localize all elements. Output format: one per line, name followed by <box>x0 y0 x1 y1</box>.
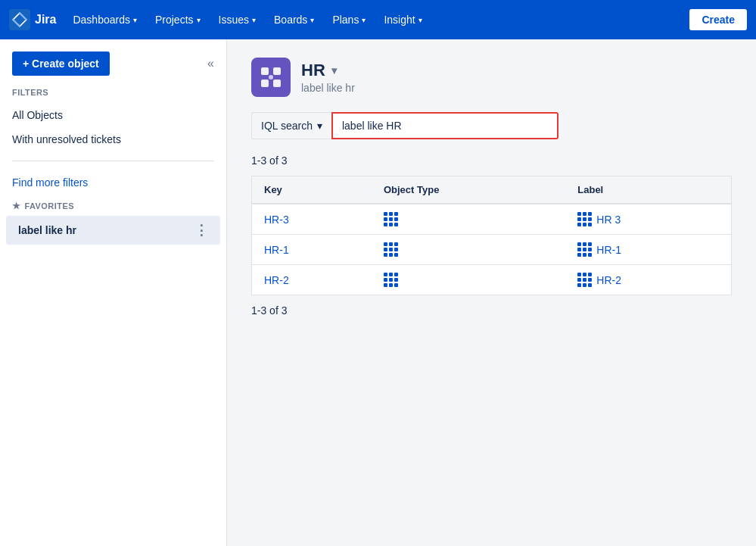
label-type-icon <box>577 212 592 226</box>
filter-unresolved[interactable]: With unresolved tickets <box>0 127 226 151</box>
results-table: Key Object Type Label HR-3HR 3HR-1HR-1HR… <box>251 176 732 295</box>
svg-rect-3 <box>261 80 269 87</box>
iql-chevron-icon: ▾ <box>317 120 322 132</box>
more-options-icon[interactable]: ⋮ <box>194 222 208 239</box>
results-count-top: 1-3 of 3 <box>251 154 732 167</box>
col-object-type: Object Type <box>372 176 565 204</box>
table-row: HR-1HR-1 <box>252 235 732 265</box>
svg-rect-2 <box>273 67 281 75</box>
sidebar-top: + Create object « <box>0 51 226 88</box>
filters-label: FILTERS <box>0 88 226 103</box>
chevron-down-icon: ▾ <box>310 16 314 24</box>
cell-key: HR-2 <box>252 265 372 295</box>
search-bar-row: IQL search ▾ <box>251 112 732 139</box>
schema-title-area: HR ▾ label like hr <box>301 61 355 94</box>
sidebar-divider <box>12 161 214 161</box>
svg-rect-4 <box>273 80 281 87</box>
nav-boards[interactable]: Boards ▾ <box>266 9 322 30</box>
label-type-icon <box>577 273 592 287</box>
cell-label: HR-2 <box>565 265 731 295</box>
top-navigation: Jira Dashboards ▾ Projects ▾ Issues ▾ Bo… <box>0 0 756 39</box>
key-link[interactable]: HR-2 <box>264 274 289 286</box>
find-more-filters-link[interactable]: Find more filters <box>0 170 226 195</box>
search-input[interactable] <box>331 112 558 139</box>
favorite-item-label-like-hr[interactable]: label like hr ⋮ <box>6 216 220 245</box>
key-link[interactable]: HR-1 <box>264 244 289 256</box>
schema-icon <box>251 58 291 97</box>
table-row: HR-2HR-2 <box>252 265 732 295</box>
favorites-label: ★ FAVORITES <box>0 195 226 214</box>
sidebar: + Create object « FILTERS All Objects Wi… <box>0 39 227 546</box>
cell-object-type <box>372 204 565 235</box>
chevron-down-icon: ▾ <box>133 16 137 24</box>
label-type-icon <box>577 242 592 257</box>
label-link[interactable]: HR 3 <box>596 214 621 226</box>
label-link[interactable]: HR-1 <box>596 244 621 256</box>
object-type-icon <box>384 273 398 287</box>
collapse-sidebar-icon[interactable]: « <box>207 57 214 70</box>
svg-point-5 <box>269 75 273 80</box>
cell-object-type <box>372 265 565 295</box>
chevron-down-icon: ▾ <box>197 16 201 24</box>
chevron-down-icon: ▾ <box>252 16 256 24</box>
object-type-icon <box>384 212 398 226</box>
schema-title[interactable]: HR ▾ <box>301 61 355 80</box>
chevron-down-icon: ▾ <box>362 16 366 24</box>
iql-search-button[interactable]: IQL search ▾ <box>251 112 331 139</box>
label-link[interactable]: HR-2 <box>596 274 621 286</box>
schema-header: HR ▾ label like hr <box>251 58 732 97</box>
nav-plans[interactable]: Plans ▾ <box>325 9 373 30</box>
object-type-icon <box>384 242 398 257</box>
schema-subtitle: label like hr <box>301 82 355 94</box>
cell-label: HR 3 <box>565 204 731 235</box>
svg-rect-1 <box>261 67 269 75</box>
results-count-bottom: 1-3 of 3 <box>251 304 732 317</box>
nav-dashboards[interactable]: Dashboards ▾ <box>65 9 145 30</box>
cell-label: HR-1 <box>565 235 731 265</box>
create-button[interactable]: Create <box>689 9 747 30</box>
app-layout: + Create object « FILTERS All Objects Wi… <box>0 39 756 546</box>
logo-text: Jira <box>35 13 56 27</box>
table-row: HR-3HR 3 <box>252 204 732 235</box>
cell-key: HR-1 <box>252 235 372 265</box>
col-key: Key <box>252 176 372 204</box>
nav-issues[interactable]: Issues ▾ <box>211 9 263 30</box>
main-content: HR ▾ label like hr IQL search ▾ 1-3 of 3… <box>227 39 756 546</box>
key-link[interactable]: HR-3 <box>264 214 289 226</box>
chevron-down-icon: ▾ <box>418 16 422 24</box>
nav-projects[interactable]: Projects ▾ <box>148 9 208 30</box>
filter-all-objects[interactable]: All Objects <box>0 103 226 127</box>
create-object-button[interactable]: + Create object <box>12 51 110 76</box>
star-icon: ★ <box>12 201 20 211</box>
table-header-row: Key Object Type Label <box>252 176 732 204</box>
jira-logo[interactable]: Jira <box>9 9 56 30</box>
cell-key: HR-3 <box>252 204 372 235</box>
col-label: Label <box>565 176 731 204</box>
cell-object-type <box>372 235 565 265</box>
schema-chevron-icon[interactable]: ▾ <box>331 64 337 76</box>
nav-insight[interactable]: Insight ▾ <box>376 9 429 30</box>
